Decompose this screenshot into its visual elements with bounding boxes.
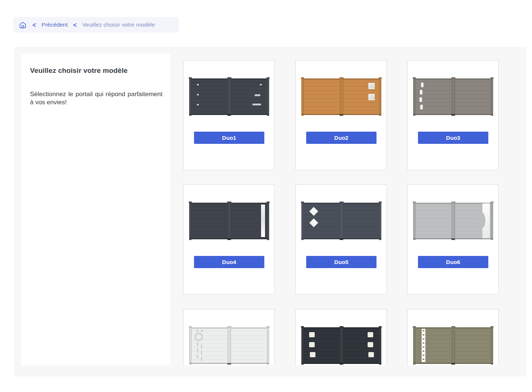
models-scroll-viewport: Veuillez choisir votre modèle Sélectionn… (21, 54, 519, 365)
model-select-button[interactable]: Duo1 (194, 132, 264, 144)
gate-image (190, 203, 269, 239)
gate-image (302, 327, 381, 364)
breadcrumb-current: Veuillez choisir votre modèle (82, 21, 155, 28)
page-title: Veuillez choisir votre modèle (30, 67, 161, 75)
gate-image (190, 327, 269, 364)
gate-image (414, 203, 493, 239)
model-select-button[interactable]: Duo2 (306, 132, 377, 144)
intro-panel: Veuillez choisir votre modèle Sélectionn… (21, 54, 170, 365)
model-card: Duo4 (183, 185, 275, 294)
home-icon (19, 21, 27, 29)
chevron-left-icon: < (33, 21, 36, 28)
model-select-button[interactable]: Duo4 (194, 256, 264, 268)
model-select-button[interactable]: Duo3 (418, 132, 488, 144)
breadcrumb-back-link[interactable]: Précédent (41, 21, 68, 28)
home-button[interactable] (19, 21, 27, 29)
gate-image (414, 78, 493, 115)
model-card: Duo5 (295, 185, 387, 294)
model-card: Duo2 (295, 60, 387, 170)
model-card (407, 309, 499, 365)
model-card: Duo3 (407, 60, 499, 170)
gate-image (302, 203, 381, 239)
gate-image (414, 327, 493, 364)
model-select-button[interactable]: Duo6 (418, 256, 488, 268)
model-select-button[interactable]: Duo5 (306, 256, 377, 268)
model-card (183, 309, 275, 365)
model-card: Duo1 (183, 60, 275, 170)
chevron-left-icon: < (73, 21, 77, 28)
gate-image (302, 78, 381, 115)
content-area: Veuillez choisir votre modèle Sélectionn… (14, 47, 526, 376)
model-card (295, 309, 387, 365)
gate-image (190, 78, 269, 115)
model-card: Duo6 (407, 185, 499, 294)
breadcrumb: < Précédent < Veuillez choisir votre mod… (13, 17, 179, 33)
page-description: Sélectionnez le portail qui répond parfa… (30, 90, 163, 107)
